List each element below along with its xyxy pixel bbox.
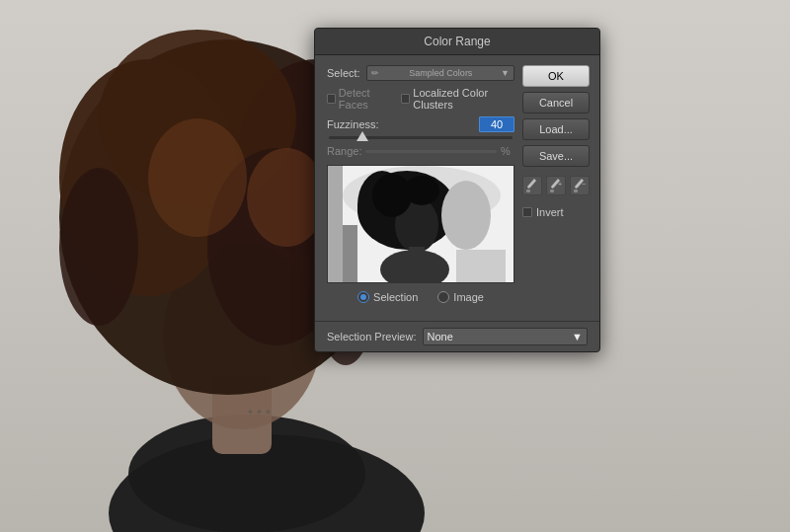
svg-rect-27 bbox=[526, 190, 530, 192]
localized-color-checkbox[interactable] bbox=[401, 94, 410, 104]
selection-radio-btn[interactable] bbox=[357, 291, 369, 303]
selection-radio-label[interactable]: Selection bbox=[357, 291, 418, 303]
radio-row: Selection Image bbox=[327, 291, 514, 303]
eyedropper-subtract-icon[interactable]: − bbox=[570, 176, 590, 195]
range-label: Range: bbox=[327, 145, 361, 157]
save-button[interactable]: Save... bbox=[522, 145, 590, 167]
color-range-dialog: Color Range Select: ✏ Sampled Colors ▼ D… bbox=[314, 28, 600, 352]
svg-point-21 bbox=[441, 181, 491, 250]
select-label: Select: bbox=[327, 67, 360, 79]
svg-point-9 bbox=[59, 168, 138, 326]
range-percent: % bbox=[501, 145, 514, 157]
fuzziness-slider-container bbox=[327, 136, 514, 139]
invert-label: Invert bbox=[536, 206, 564, 218]
options-row: Detect Faces Localized Color Clusters bbox=[327, 87, 514, 111]
fuzziness-slider-track[interactable] bbox=[329, 136, 513, 139]
svg-rect-28 bbox=[550, 190, 554, 192]
svg-text:−: − bbox=[582, 181, 586, 188]
detect-faces-label[interactable]: Detect Faces bbox=[327, 87, 393, 111]
ok-button[interactable]: OK bbox=[522, 65, 590, 87]
invert-checkbox[interactable] bbox=[522, 207, 532, 217]
svg-rect-20 bbox=[409, 247, 425, 268]
svg-text:+: + bbox=[558, 181, 562, 188]
select-row: Select: ✏ Sampled Colors ▼ bbox=[327, 65, 514, 81]
svg-rect-22 bbox=[456, 250, 506, 283]
image-radio-label[interactable]: Image bbox=[437, 291, 484, 303]
dialog-right-panel: OK Cancel Load... Save... + bbox=[522, 65, 590, 311]
svg-point-11 bbox=[148, 118, 247, 237]
localized-color-label[interactable]: Localized Color Clusters bbox=[401, 87, 514, 111]
range-slider[interactable] bbox=[365, 150, 497, 153]
eyedropper-row: + − bbox=[522, 176, 590, 195]
eyedropper-small-icon: ✏ bbox=[371, 68, 379, 78]
svg-rect-26 bbox=[328, 166, 343, 283]
select-value: Sampled Colors bbox=[409, 68, 472, 78]
eyedropper-sample-icon[interactable] bbox=[522, 176, 542, 195]
load-button[interactable]: Load... bbox=[522, 118, 590, 140]
preview-label: Selection Preview: bbox=[327, 331, 417, 342]
chevron-down-icon: ▼ bbox=[501, 68, 510, 78]
preview-value: None bbox=[428, 331, 453, 342]
dialog-title: Color Range bbox=[424, 35, 490, 48]
cancel-button[interactable]: Cancel bbox=[522, 92, 590, 114]
eyedropper-add-icon[interactable]: + bbox=[546, 176, 566, 195]
selection-radio-dot bbox=[360, 294, 366, 300]
svg-rect-30 bbox=[574, 190, 578, 192]
preview-canvas bbox=[327, 165, 514, 283]
dialog-titlebar: Color Range bbox=[315, 29, 599, 55]
svg-text:✦ ✦ ✦: ✦ ✦ ✦ bbox=[247, 408, 272, 417]
fuzziness-input[interactable] bbox=[479, 116, 514, 132]
fuzziness-row: Fuzziness: bbox=[327, 116, 514, 132]
bottom-bar: Selection Preview: None ▼ bbox=[315, 321, 599, 351]
image-radio-btn[interactable] bbox=[437, 291, 449, 303]
invert-row: Invert bbox=[522, 206, 590, 218]
range-row: Range: % bbox=[327, 145, 514, 157]
preview-chevron-icon: ▼ bbox=[572, 331, 583, 342]
svg-point-24 bbox=[404, 176, 439, 205]
fuzziness-label: Fuzziness: bbox=[327, 118, 379, 130]
fuzziness-slider-thumb[interactable] bbox=[356, 131, 368, 141]
dialog-left-panel: Select: ✏ Sampled Colors ▼ Detect Faces … bbox=[327, 65, 514, 311]
select-dropdown[interactable]: ✏ Sampled Colors ▼ bbox=[366, 65, 514, 81]
preview-dropdown[interactable]: None ▼ bbox=[423, 328, 589, 345]
detect-faces-checkbox[interactable] bbox=[327, 94, 336, 104]
